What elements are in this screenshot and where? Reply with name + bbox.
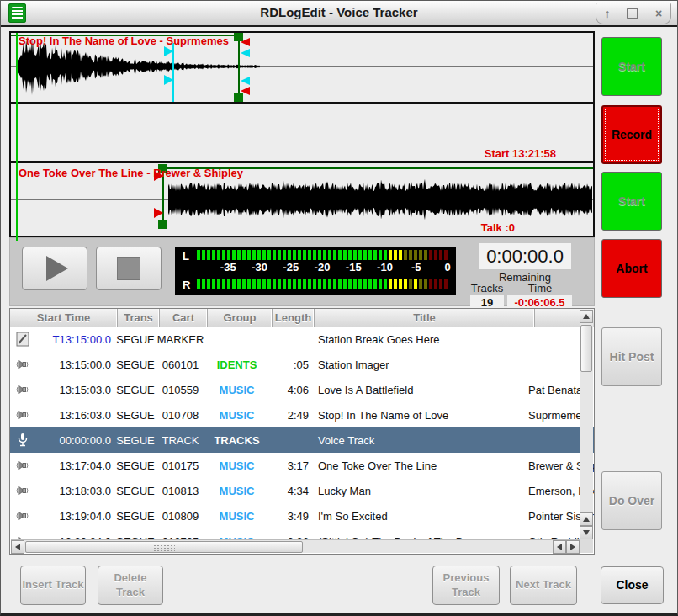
row-trans: SEGUE (114, 510, 156, 523)
column-header-cart[interactable]: Cart (160, 309, 208, 327)
row-group: MUSIC (204, 409, 269, 422)
remaining-tracks-label: Tracks (466, 282, 508, 295)
play-position-line (16, 33, 18, 241)
scroll-right-button[interactable] (566, 540, 580, 554)
row-cart: TRACK (156, 434, 204, 447)
horizontal-scrollbar[interactable] (11, 539, 580, 553)
row-length: 4:06 (269, 384, 311, 396)
column-header-start-time[interactable]: Start Time (10, 309, 118, 327)
table-row[interactable]: T13:15:00.0 SEGUE MARKER Station Break G… (10, 327, 594, 352)
start-button-2[interactable]: Start (601, 172, 662, 231)
row-trans: SEGUE (114, 333, 156, 346)
maximize-window-icon[interactable] (627, 8, 638, 19)
close-button[interactable]: Close (601, 566, 664, 604)
shade-window-icon[interactable]: ↑ (605, 8, 611, 19)
row-type-icon (10, 383, 35, 396)
record-button[interactable]: Record (601, 105, 662, 164)
track2-title: One Toke Over The Line - Brewer & Shiple… (19, 167, 243, 179)
start-button-1[interactable]: Start (601, 37, 662, 96)
insert-track-button[interactable]: Insert Track (20, 566, 86, 605)
row-trans: SEGUE (114, 358, 156, 371)
log-table-header: Start Time Trans Cart Group Length Title (10, 309, 594, 327)
row-type-icon (10, 459, 35, 472)
row-type-icon (10, 484, 35, 497)
row-start-time: 13:16:03.0 (35, 409, 114, 422)
table-row[interactable]: 13:16:03.0 SEGUE 010708 MUSIC 2:49 Stop!… (10, 402, 594, 427)
row-start-time: 13:18:03.0 (35, 485, 114, 497)
column-header-title[interactable]: Title (315, 309, 535, 327)
row-cart: 010559 (156, 384, 204, 396)
row-title: Love Is A Battlefield (311, 384, 525, 396)
row-group: MUSIC (204, 459, 269, 472)
row-title: Lucky Man (311, 485, 525, 497)
column-header-length[interactable]: Length (273, 309, 315, 327)
column-header-group[interactable]: Group (208, 309, 273, 327)
waveform-panel: Stop! In The Name of Love - Suprmemes (9, 31, 595, 237)
row-trans: SEGUE (114, 459, 156, 472)
close-window-icon[interactable]: × (655, 8, 662, 19)
row-cart: MARKER (156, 333, 204, 346)
waveform-track-2[interactable]: One Toke Over The Line - Brewer & Shiple… (11, 163, 593, 236)
vertical-scroll-thumb[interactable] (580, 325, 592, 372)
row-start-time: T13:15:00.0 (35, 333, 114, 346)
row-start-time: 13:17:04.0 (35, 459, 114, 472)
meter-right-bar (197, 279, 448, 289)
row-start-time: 13:15:00.0 (35, 358, 114, 371)
previous-track-button[interactable]: Previous Track (432, 566, 500, 605)
track1-title: Stop! In The Name of Love - Suprmemes (19, 35, 229, 47)
scroll-down-button[interactable] (580, 526, 593, 539)
vertical-scrollbar[interactable] (580, 310, 593, 553)
hit-post-button[interactable]: Hit Post (601, 327, 662, 386)
row-cart: 010813 (156, 485, 204, 497)
table-row[interactable]: 13:17:04.0 SEGUE 010175 MUSIC 3:17 One T… (10, 453, 594, 478)
table-row[interactable]: 13:15:03.0 SEGUE 010559 MUSIC 4:06 Love … (10, 377, 594, 402)
stop-button[interactable] (96, 247, 162, 290)
row-title: Station Break Goes Here (311, 333, 525, 346)
row-group: MUSIC (204, 485, 269, 497)
row-length: :05 (269, 358, 311, 371)
log-table-body: T13:15:00.0 SEGUE MARKER Station Break G… (10, 327, 594, 554)
play-button[interactable] (22, 247, 87, 290)
segue-start-label: Start 13:21:58 (485, 147, 556, 160)
table-row[interactable]: 13:19:04.0 SEGUE 010809 MUSIC 3:49 I'm S… (10, 503, 594, 528)
waveform-track-1[interactable]: Stop! In The Name of Love - Suprmemes (11, 33, 593, 104)
window-controls: ↑ × (596, 3, 671, 24)
row-title: One Toke Over The Line (311, 459, 525, 472)
horizontal-scroll-thumb[interactable] (25, 541, 303, 553)
row-title: Station Imager (311, 358, 525, 371)
row-cart: 060101 (156, 358, 204, 371)
column-header-trans[interactable]: Trans (118, 309, 160, 327)
next-track-button[interactable]: Next Track (510, 566, 577, 605)
scroll-up-button[interactable] (580, 310, 593, 323)
row-cart: 010175 (156, 459, 204, 472)
waveform-gap: Start 13:21:58 (11, 104, 593, 163)
row-type-icon (10, 408, 35, 422)
row-start-time: 13:19:04.0 (35, 510, 114, 523)
play-icon (46, 256, 68, 281)
row-group: IDENTS (204, 358, 269, 371)
meter-left-bar (197, 250, 448, 260)
row-start-time: 13:15:03.0 (35, 384, 114, 396)
scroll-left-button[interactable] (11, 540, 24, 554)
row-cart: 010809 (156, 510, 204, 523)
titlebar[interactable]: RDLogEdit - Voice Tracker ↑ × (1, 1, 677, 27)
table-row[interactable]: 13:15:00.0 SEGUE 060101 IDENTS :05 Stati… (10, 352, 594, 377)
delete-track-button[interactable]: Delete Track (98, 566, 163, 605)
do-over-button[interactable]: Do Over (601, 471, 662, 530)
table-row[interactable]: 00:00:00.0 SEGUE TRACK TRACKS Voice Trac… (10, 427, 594, 453)
row-title: I'm So Excited (311, 510, 525, 523)
elapsed-time-display: 0:00:00.0 (479, 243, 571, 269)
row-group: TRACKS (204, 434, 269, 447)
row-group: MUSIC (204, 384, 269, 396)
talk-time-label: Talk :0 (481, 221, 515, 234)
row-length: 2:49 (269, 409, 311, 422)
abort-button[interactable]: Abort (601, 239, 662, 298)
row-group: MUSIC (204, 510, 269, 523)
audio-level-meter: L -35-30-25-20-15-10-50 R (175, 247, 456, 295)
table-row[interactable]: 13:18:03.0 SEGUE 010813 MUSIC 4:34 Lucky… (10, 478, 594, 503)
window-title: RDLogEdit - Voice Tracker (1, 1, 677, 25)
track1-talk-marker[interactable] (164, 43, 173, 102)
scroll-up-button-bottom[interactable] (580, 512, 593, 526)
stop-icon (117, 257, 140, 280)
scroll-left-button-right[interactable] (553, 540, 566, 554)
